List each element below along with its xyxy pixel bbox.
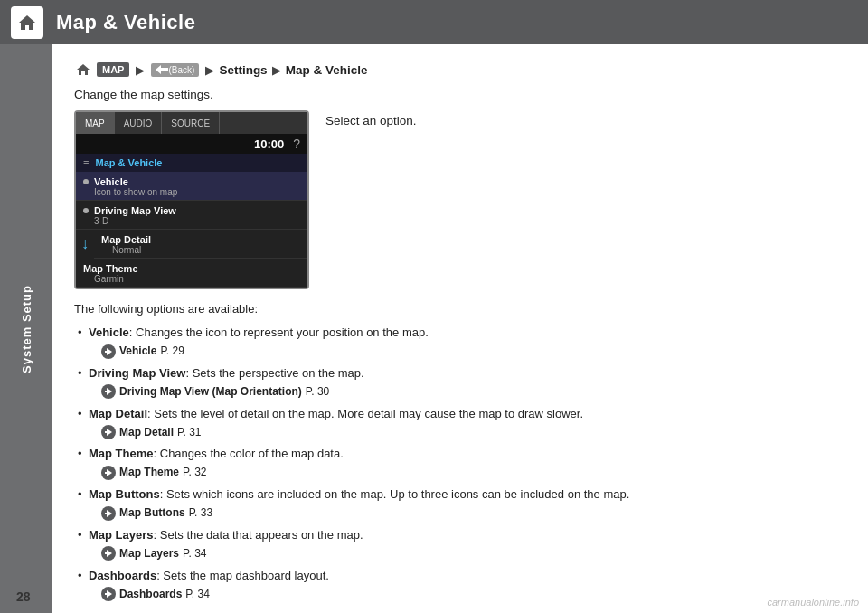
ref-icon-driving: [101, 384, 116, 399]
svg-marker-8: [105, 550, 112, 557]
option-desc-maplayers: : Sets the data that appears on the map.: [154, 528, 363, 542]
bullet-maptheme: •: [78, 445, 82, 463]
ref-icon-vehicle: [101, 344, 116, 359]
car-mapdetail-sub: Normal: [101, 245, 300, 255]
option-item-maplayers: • Map Layers: Sets the data that appears…: [74, 526, 846, 562]
header-title: Map & Vehicle: [56, 11, 195, 34]
ref-page-driving: P. 30: [306, 383, 329, 401]
car-menu-item-maptheme: Map Theme Garmin: [76, 259, 307, 288]
bullet-dashboards: •: [78, 567, 82, 585]
bullet-mapdetail: •: [78, 405, 82, 423]
nav-section: Map & Vehicle: [286, 63, 368, 77]
svg-marker-2: [156, 65, 168, 74]
car-driving-title: Driving Map View: [94, 205, 176, 216]
select-option-text: Select an option.: [326, 110, 846, 289]
svg-marker-0: [19, 15, 35, 30]
sidebar: System Setup: [0, 44, 52, 613]
option-name-maplayers: Map Layers: [89, 528, 154, 542]
breadcrumb: MAP ▶ (Back) ▶ Settings ▶ Map & Vehicle: [74, 61, 846, 79]
option-name-mapbuttons: Map Buttons: [89, 487, 160, 501]
car-vehicle-sub: Icon to show on map: [83, 187, 300, 197]
car-menu-item-mapdetail-row: ↓ Map Detail Normal: [76, 230, 307, 259]
ref-icon-maptheme: [101, 466, 116, 480]
car-screen-tabs: MAP AUDIO SOURCE: [76, 112, 307, 134]
bullet-vehicle: •: [78, 324, 82, 342]
ref-label-vehicle: Vehicle: [119, 343, 156, 360]
option-desc-mapbuttons: : Sets which icons are included on the m…: [160, 487, 630, 501]
ref-page-dashboards: P. 34: [185, 586, 209, 603]
car-driving-sub: 3-D: [83, 216, 300, 226]
svg-marker-1: [77, 64, 90, 75]
nav-map-button: MAP: [97, 62, 129, 77]
options-intro: The following options are available:: [74, 300, 846, 318]
option-desc-maptheme: : Changes the color of the map data.: [154, 447, 344, 460]
option-item-mapbuttons: • Map Buttons: Sets which icons are incl…: [74, 486, 846, 522]
ref-icon-maplayers: [101, 546, 116, 561]
ref-page-maplayers: P. 34: [183, 545, 206, 562]
option-desc-vehicle: : Changes the icon to represent your pos…: [129, 325, 429, 339]
option-item-driving: • Driving Map View: Sets the perspective…: [74, 364, 846, 401]
car-menu-header-label: Map & Vehicle: [95, 157, 162, 168]
car-down-arrow-icon: ↓: [76, 230, 94, 259]
ref-icon-mapbuttons: [101, 506, 116, 521]
options-section: The following options are available: • V…: [74, 300, 846, 602]
nav-home-icon: [74, 61, 92, 79]
two-column-layout: MAP AUDIO SOURCE 10:00 ? ≡ Map & Vehicle…: [74, 110, 846, 289]
option-name-dashboards: Dashboards: [89, 569, 156, 582]
option-desc-mapdetail: : Sets the level of detail on the map. M…: [147, 407, 583, 420]
ref-label-maplayers: Map Layers: [119, 545, 179, 562]
ref-label-maptheme: Map Theme: [119, 464, 179, 481]
nav-settings: Settings: [219, 63, 267, 77]
car-menu: ≡ Map & Vehicle Vehicle Icon to show on …: [76, 154, 307, 288]
ref-page-mapdetail: P. 31: [177, 424, 201, 441]
ref-icon-mapdetail: [101, 425, 116, 439]
ref-icon-dashboards: [101, 587, 116, 601]
option-ref-maptheme: Map Theme P. 32: [89, 464, 846, 481]
option-name-driving: Driving Map View: [89, 366, 185, 380]
svg-marker-6: [105, 469, 112, 476]
nav-back-button: (Back): [151, 63, 199, 77]
option-ref-maplayers: Map Layers P. 34: [89, 545, 846, 562]
watermark: carmanualonline.info: [767, 597, 859, 608]
sidebar-label: System Setup: [20, 285, 33, 373]
car-menu-item-mapdetail: Map Detail Normal: [94, 230, 307, 259]
home-icon: [17, 13, 37, 33]
option-ref-mapdetail: Map Detail P. 31: [89, 424, 846, 441]
option-ref-mapbuttons: Map Buttons P. 33: [89, 505, 846, 522]
nav-arrow-3: ▶: [272, 63, 281, 77]
option-name-maptheme: Map Theme: [89, 447, 154, 460]
nav-arrow-2: ▶: [205, 63, 214, 77]
car-item-dot: [83, 179, 89, 184]
main-content: MAP ▶ (Back) ▶ Settings ▶ Map & Vehicle …: [52, 44, 868, 613]
svg-marker-4: [105, 388, 112, 395]
option-item-dashboards: • Dashboards: Sets the map dashboard lay…: [74, 567, 846, 603]
bullet-maplayers: •: [78, 526, 82, 544]
option-ref-dashboards: Dashboards P. 34: [89, 586, 846, 603]
ref-label-driving: Driving Map View (Map Orientation): [119, 383, 302, 401]
ref-page-mapbuttons: P. 33: [189, 505, 212, 522]
page-number: 28: [16, 589, 31, 604]
bullet-driving: •: [78, 364, 82, 382]
option-item-mapdetail: • Map Detail: Sets the level of detail o…: [74, 405, 846, 441]
car-menu-item-driving: Driving Map View 3-D: [76, 201, 307, 230]
car-screen: MAP AUDIO SOURCE 10:00 ? ≡ Map & Vehicle…: [74, 110, 309, 289]
ref-label-mapbuttons: Map Buttons: [119, 505, 185, 522]
home-icon-box[interactable]: [11, 6, 43, 39]
car-hamburger-icon: ≡: [83, 157, 89, 168]
nav-back-label: Back: [172, 65, 192, 75]
svg-marker-3: [105, 348, 112, 355]
car-menu-header: ≡ Map & Vehicle: [76, 154, 307, 172]
car-vehicle-title: Vehicle: [94, 176, 128, 187]
option-name-vehicle: Vehicle: [89, 325, 129, 339]
car-tab-source: SOURCE: [162, 112, 220, 134]
option-ref-driving: Driving Map View (Map Orientation) P. 30: [89, 383, 846, 401]
ref-label-mapdetail: Map Detail: [119, 424, 174, 441]
option-desc-driving: : Sets the perspective on the map.: [185, 366, 363, 380]
option-name-mapdetail: Map Detail: [89, 407, 147, 420]
option-item-maptheme: • Map Theme: Changes the color of the ma…: [74, 445, 846, 481]
ref-page-vehicle: P. 29: [160, 343, 184, 360]
option-desc-dashboards: : Sets the map dashboard layout.: [156, 569, 329, 582]
nav-arrow-1: ▶: [136, 63, 145, 77]
car-mapdetail-title: Map Detail: [101, 234, 151, 245]
settings-intro: Change the map settings.: [74, 88, 846, 101]
